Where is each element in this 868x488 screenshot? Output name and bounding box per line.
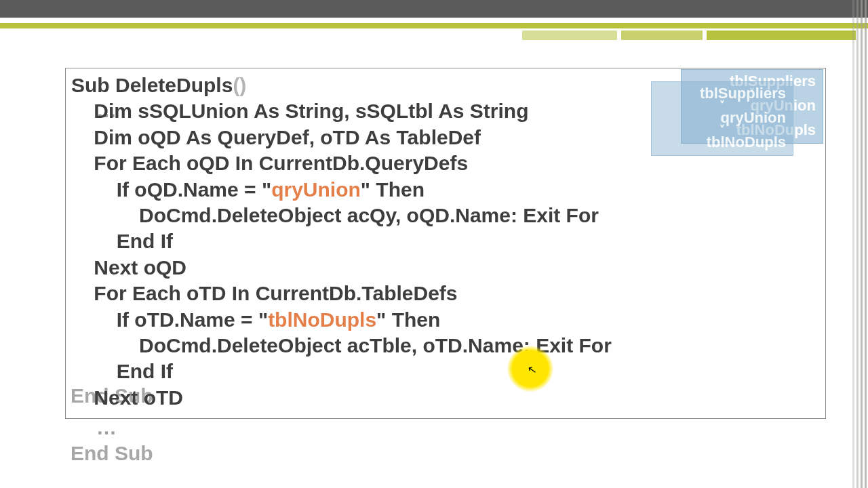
code-line-12: End If xyxy=(71,360,173,382)
right-pillar-decoration xyxy=(849,0,868,488)
code-line-9: For Each oTD In CurrentDb.TableDefs xyxy=(71,282,458,304)
ghost-end-sub-bottom: End Sub xyxy=(71,442,153,465)
top-olive-band xyxy=(0,18,868,26)
code-line-2: Dim sSQLUnion As String, sSQLtbl As Stri… xyxy=(71,100,529,122)
code-line-7: End If xyxy=(71,230,173,252)
code-line-1b: () xyxy=(233,74,246,96)
diagram-box-front: tblSuppliers ˅ qryUnion ˅ tblNoDupls xyxy=(651,81,793,156)
code-line-10a: If oTD.Name = " xyxy=(71,308,268,331)
ghost-ellipsis-bottom: … xyxy=(96,416,117,439)
code-highlight-tblnodupls: tblNoDupls xyxy=(268,308,376,331)
code-line-3: Dim oQD As QueryDef, oTD As TableDef xyxy=(71,126,481,148)
code-highlight-qryunion: qryUnion xyxy=(271,178,361,201)
ghost-end-sub-overlap: End Sub xyxy=(71,384,153,407)
ghost-ellipsis-top: … xyxy=(96,99,117,122)
code-line-1a: Sub DeleteDupls xyxy=(71,74,233,96)
top-grey-band xyxy=(0,0,868,18)
code-line-6: DoCmd.DeleteObject acQy, oQD.Name: Exit … xyxy=(71,204,599,226)
code-line-8: Next oQD xyxy=(71,256,186,279)
code-line-5b: " Then xyxy=(361,178,425,201)
code-line-10b: " Then xyxy=(376,308,440,331)
diagram-node-qryunion-2: qryUnion xyxy=(658,110,786,125)
diagram-node-suppliers-2: tblSuppliers xyxy=(658,86,786,101)
code-line-4: For Each oQD In CurrentDb.QueryDefs xyxy=(71,152,468,174)
diagram-node-tblnodupls-2: tblNoDupls xyxy=(658,135,786,150)
accent-stripes xyxy=(518,30,856,40)
code-line-5a: If oQD.Name = " xyxy=(71,178,271,201)
